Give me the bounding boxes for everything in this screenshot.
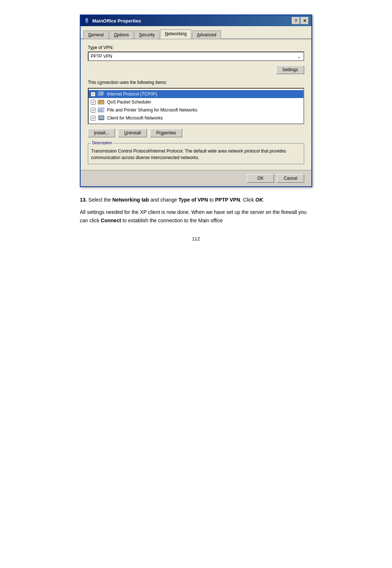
install-button[interactable]: Install... — [88, 129, 115, 137]
sharing-label: File and Printer Sharing for Microsoft N… — [107, 107, 197, 113]
paragraph2: All settings needed for the XP client is… — [80, 208, 312, 224]
instructions: 13. Select the Networking tab and change… — [80, 196, 312, 224]
svg-rect-8 — [99, 107, 104, 111]
cancel-button[interactable]: Cancel — [277, 174, 304, 183]
tab-general[interactable]: General — [83, 31, 109, 39]
page-number: 112 — [33, 236, 359, 242]
list-item-sharing[interactable]: ✓ File and Printer Sharing for Microsoft… — [89, 106, 303, 114]
client-label: Client for Microsoft Networks — [107, 115, 163, 121]
tab-options-label: Options — [114, 32, 129, 37]
uninstall-button[interactable]: Uninstall — [118, 129, 147, 137]
settings-row: Settings — [88, 65, 304, 74]
tcp-label: Internet Protocol (TCP/IP) — [107, 92, 157, 97]
list-item-tcp[interactable]: ✓ Internet Protocol (TCP/IP) — [89, 90, 303, 98]
tab-networking[interactable]: Networking — [160, 29, 191, 39]
dialog-window: MainOffice Properties ? ✕ General Option… — [80, 15, 312, 187]
connect-bold: Connect — [101, 218, 121, 223]
svg-rect-13 — [99, 116, 103, 119]
close-button[interactable]: ✕ — [301, 17, 309, 24]
tab-security[interactable]: Security — [134, 31, 159, 39]
pptp-vpn-bold: PPTP VPN — [215, 197, 240, 203]
client-icon — [98, 115, 105, 121]
title-bar: MainOffice Properties ? ✕ — [81, 15, 311, 26]
tcp-icon — [98, 91, 105, 97]
help-button[interactable]: ? — [292, 17, 300, 24]
vpn-type-label: Type of VPN: — [88, 45, 304, 50]
checkbox-sharing[interactable]: ✓ — [91, 108, 95, 113]
vpn-type-value: PPTP VPN — [91, 54, 297, 59]
description-section: Description Transmission Control Protoco… — [88, 143, 304, 164]
checkbox-client[interactable]: ✓ — [91, 116, 95, 121]
tab-security-label: Security — [139, 32, 155, 37]
tab-bar: General Options Security Networking Adva… — [81, 26, 311, 39]
checkbox-tcp[interactable]: ✓ — [91, 92, 95, 97]
sharing-icon — [98, 107, 105, 113]
type-vpn-bold: Type of VPN — [179, 197, 208, 203]
svg-point-0 — [85, 18, 88, 21]
title-bar-buttons: ? ✕ — [292, 17, 309, 24]
connection-label: This connection uses the following items… — [88, 80, 304, 85]
page-content: MainOffice Properties ? ✕ General Option… — [33, 15, 359, 242]
items-list: ✓ Internet Protocol (TCP/IP) ✓ — [88, 88, 304, 124]
list-item-client[interactable]: ✓ Client for Microsoft Networks — [89, 114, 303, 122]
connection-icon — [83, 17, 90, 24]
tab-advanced[interactable]: Advanced — [192, 31, 221, 39]
checkbox-qos[interactable]: ✓ — [91, 100, 95, 105]
vpn-type-dropdown[interactable]: PPTP VPN ⌄ — [88, 52, 304, 61]
items-buttons-row: Install... Uninstall Properties — [88, 129, 304, 137]
qos-label: QoS Packet Scheduler — [107, 100, 151, 105]
networking-tab-bold: Networking tab — [113, 197, 149, 203]
description-title: Description — [91, 140, 114, 146]
ok-bold-italic: OK — [256, 197, 263, 203]
dropdown-arrow-icon: ⌄ — [297, 53, 301, 59]
dialog-title: MainOffice Properties — [92, 18, 141, 24]
tab-networking-label: Networking — [165, 31, 187, 36]
dialog-footer: OK Cancel — [81, 170, 311, 186]
qos-icon — [98, 99, 105, 105]
svg-rect-2 — [99, 92, 104, 96]
tab-general-label: General — [88, 32, 104, 37]
step-number: 13. — [80, 197, 87, 203]
tab-options[interactable]: Options — [109, 31, 134, 39]
tab-advanced-label: Advanced — [197, 32, 216, 37]
settings-button[interactable]: Settings — [276, 65, 304, 74]
svg-rect-4 — [98, 101, 103, 104]
list-item-qos[interactable]: ✓ QoS Packet Scheduler — [89, 98, 303, 106]
ok-button[interactable]: OK — [247, 174, 274, 183]
description-text: Transmission Control Protocol/Internet P… — [91, 148, 301, 161]
dialog-body: Type of VPN: PPTP VPN ⌄ Settings This co… — [81, 39, 311, 170]
step-paragraph: 13. Select the Networking tab and change… — [80, 196, 312, 204]
description-box: Description Transmission Control Protoco… — [88, 143, 304, 164]
title-bar-left: MainOffice Properties — [83, 17, 141, 24]
properties-button[interactable]: Properties — [150, 129, 182, 137]
